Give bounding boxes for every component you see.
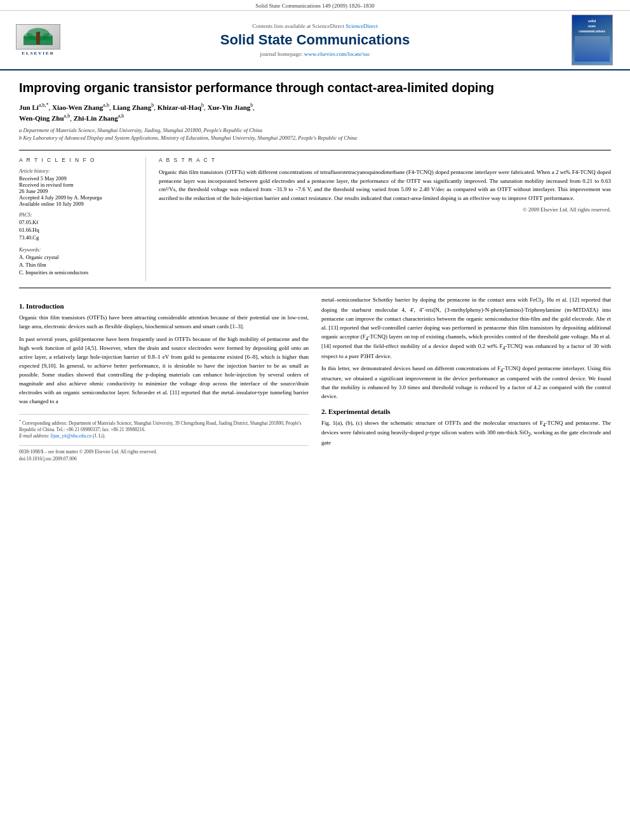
svg-rect-4: [36, 32, 40, 44]
doi-line: doi:10.1016/j.ssc.2009.07.006: [19, 455, 309, 462]
abstract-label: A B S T R A C T: [159, 157, 611, 163]
article-title: Improving organic transistor performance…: [19, 80, 611, 95]
intro-p1: Organic thin film transistors (OTFTs) ha…: [19, 314, 309, 331]
intro-heading: 1. Introduction: [19, 302, 309, 310]
exp-p1: Fig. 1(a), (b), (c) shows the schematic …: [321, 419, 611, 448]
publisher-info: 0038-1098/$ – see front matter © 2009 El…: [19, 445, 309, 463]
svg-point-2: [23, 33, 34, 41]
pacs-label: PACS:: [19, 212, 136, 218]
affiliation-b: b Key Laboratory of Advanced Display and…: [19, 135, 611, 142]
right-intro-p1: metal–semiconductor Schottky barrier by …: [321, 296, 611, 361]
elsevier-wordmark: ELSEVIER: [22, 51, 54, 56]
keyword-3: C. Impurities in semiconductors: [19, 269, 136, 277]
abstract-panel: A B S T R A C T Organic thin film transi…: [146, 157, 611, 281]
journal-homepage-link[interactable]: www.elsevier.com/locate/ssc: [304, 51, 370, 57]
intro-p2: In past several years, gold/pentacene ha…: [19, 335, 309, 406]
main-content: Improving organic transistor performance…: [0, 70, 630, 475]
pacs-1: 07.05.Kf: [19, 219, 136, 227]
revised-date: Received in revised form26 June 2009: [19, 182, 136, 194]
received-date: Received 5 May 2009: [19, 175, 136, 182]
history-label: Article history:: [19, 168, 136, 174]
journal-header: ELSEVIER Contents lists available at Sci…: [0, 11, 630, 70]
authors: Jun Lia,b,*, Xiao-Wen Zhanga,b, Liang Zh…: [19, 102, 611, 123]
accepted-date: Accepted 4 July 2009 by A. Morpurga: [19, 194, 136, 201]
journal-homepage-line: journal homepage: www.elsevier.com/locat…: [70, 51, 560, 57]
cover-text: solidstatecommunications: [579, 19, 605, 34]
contents-available-line: Contents lists available at ScienceDirec…: [70, 23, 560, 29]
pacs-2: 61.66.Hq: [19, 227, 136, 234]
article-info-label: A R T I C L E I N F O: [19, 157, 136, 163]
sciencedirect-link[interactable]: ScienceDirect: [345, 23, 377, 29]
journal-cover-image: solidstatecommunications: [572, 15, 613, 65]
affiliations: a Department of Materials Science, Shang…: [19, 127, 611, 142]
article-info-panel: A R T I C L E I N F O Article history: R…: [19, 157, 146, 281]
copyright-line: © 2009 Elsevier Ltd. All rights reserved…: [159, 206, 611, 213]
journal-citation: Solid State Communications 149 (2009) 18…: [255, 3, 375, 9]
pacs-3: 73.40.Cg: [19, 234, 136, 242]
body-right-col: metal–semiconductor Schottky barrier by …: [321, 296, 611, 462]
journal-cover-area: solidstatecommunications: [566, 15, 617, 65]
footnote-section: * Corresponding address: Department of M…: [19, 414, 309, 440]
body-content: 1. Introduction Organic thin film transi…: [19, 296, 611, 462]
elsevier-logo-box: [16, 24, 60, 50]
pacs-block: PACS: 07.05.Kf 61.66.Hq 73.40.Cg: [19, 212, 136, 242]
article-history: Article history: Received 5 May 2009 Rec…: [19, 168, 136, 207]
authors-line1: Jun Lia,b,*, Xiao-Wen Zhanga,b, Liang Zh…: [19, 103, 255, 111]
footnote-corresponding: * Corresponding address: Department of M…: [19, 418, 309, 434]
keywords-label: Keywords:: [19, 247, 136, 253]
exp-heading: 2. Experimental details: [321, 408, 611, 415]
body-left-col: 1. Introduction Organic thin film transi…: [19, 296, 309, 462]
svg-point-3: [43, 33, 53, 41]
keywords-block: Keywords: A. Organic crystal A. Thin fil…: [19, 247, 136, 277]
keyword-2: A. Thin film: [19, 262, 136, 269]
elsevier-logo-area: ELSEVIER: [13, 24, 64, 56]
info-abstract-section: A R T I C L E I N F O Article history: R…: [19, 150, 611, 288]
authors-line2: Wen-Qing Zhua,b, Zhi-Lin Zhanga,b: [19, 114, 124, 122]
affiliation-a: a Department of Materials Science, Shang…: [19, 127, 611, 135]
footnote-email: E-mail address: lijun_yit@shu.edu.cn (J.…: [19, 433, 309, 440]
journal-title-area: Contents lists available at ScienceDirec…: [70, 23, 560, 57]
issn-line: 0038-1098/$ – see front matter © 2009 El…: [19, 448, 309, 455]
available-date: Available online 10 July 2009: [19, 201, 136, 207]
journal-main-title: Solid State Communications: [70, 32, 560, 48]
abstract-text: Organic thin film transistors (OTFTs) wi…: [159, 168, 611, 203]
journal-top-bar: Solid State Communications 149 (2009) 18…: [0, 0, 630, 11]
keyword-1: A. Organic crystal: [19, 254, 136, 262]
right-intro-p2: In this letter, we demonstrated devices …: [321, 364, 611, 401]
